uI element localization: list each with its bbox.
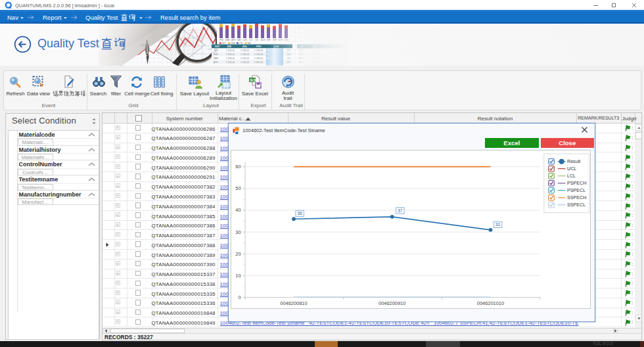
svg-text:ASL: ASL — [242, 45, 248, 48]
svg-text:JAN: JAN — [214, 49, 218, 52]
svg-text:31: 31 — [495, 222, 501, 227]
svg-text:MAR: MAR — [225, 39, 231, 41]
svg-text:UCL: UCL — [567, 166, 576, 172]
svg-text:37: 37 — [398, 208, 403, 213]
svg-text:Result: Result — [567, 159, 580, 164]
svg-text:36: 36 — [297, 211, 302, 216]
svg-text:MAY: MAY — [237, 39, 241, 41]
svg-text:XLS: XLS — [250, 79, 256, 82]
svg-text:€ 245,00: € 245,00 — [226, 49, 235, 52]
svg-text:0: 0 — [239, 294, 241, 300]
svg-text:FEB: FEB — [219, 39, 223, 41]
svg-text:APR: APR — [214, 61, 219, 64]
svg-text:€ 933,00: € 933,00 — [226, 53, 235, 56]
svg-text:€ 598,00: € 598,00 — [254, 57, 263, 60]
svg-text:BID: BID — [227, 45, 232, 48]
svg-text:JUL: JUL — [255, 39, 259, 41]
svg-text:50: 50 — [235, 185, 241, 191]
svg-text:MAR: MAR — [214, 57, 219, 60]
svg-text:LCL: LCL — [567, 174, 576, 179]
svg-text:DAT: DAT — [215, 45, 220, 48]
svg-text:10: 10 — [235, 273, 241, 279]
svg-text:€ 262,00: € 262,00 — [226, 61, 235, 64]
svg-text:JUN: JUN — [243, 39, 247, 41]
svg-text:€ 268,00: € 268,00 — [241, 53, 249, 56]
svg-text:€ 405,00: € 405,00 — [241, 57, 249, 60]
svg-text:PSPECH: PSPECH — [567, 181, 586, 186]
svg-text:€ 338,00: € 338,00 — [226, 57, 235, 60]
svg-text:€ 194,00: € 194,00 — [254, 49, 263, 52]
svg-text:PSPECL: PSPECL — [567, 188, 586, 193]
svg-text:40: 40 — [235, 207, 241, 213]
svg-text:0046200810: 0046200810 — [280, 300, 307, 306]
svg-text:0046200910: 0046200910 — [379, 300, 405, 306]
svg-text:SSPECL: SSPECL — [567, 202, 586, 208]
svg-text:AUG: AUG — [261, 39, 265, 41]
svg-text:60: 60 — [235, 164, 241, 170]
svg-text:20: 20 — [235, 251, 241, 257]
svg-text:€ 374,00: € 374,00 — [254, 53, 263, 56]
svg-text:€ 307,00: € 307,00 — [254, 61, 263, 64]
svg-text:€ 538,00: € 538,00 — [241, 49, 249, 52]
svg-text:30: 30 — [235, 229, 241, 235]
svg-text:0046201010: 0046201010 — [477, 300, 504, 306]
svg-text:I-PL: I-PL — [239, 42, 243, 45]
svg-text:RLY: RLY — [222, 42, 227, 45]
svg-text:SSPECH: SSPECH — [567, 195, 586, 200]
svg-text:PRO: PRO — [256, 45, 262, 48]
svg-text:FEB: FEB — [214, 53, 218, 56]
svg-text:€ 146,00: € 146,00 — [241, 61, 249, 64]
svg-text:APR: APR — [231, 39, 236, 41]
svg-text:SB: SB — [248, 42, 250, 45]
svg-text:JUL: JUL — [249, 39, 253, 41]
svg-text:CHG: CHG — [231, 42, 236, 45]
svg-text:5063,2: 5063,2 — [163, 35, 170, 38]
